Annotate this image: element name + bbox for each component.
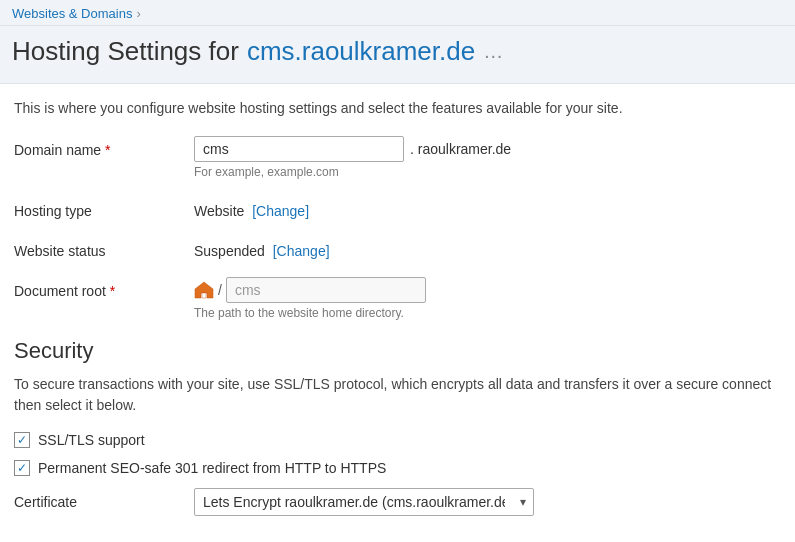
document-root-hint: The path to the website home directory. bbox=[194, 306, 781, 320]
domain-suffix: . raoulkramer.de bbox=[410, 141, 511, 157]
document-root-input[interactable] bbox=[226, 277, 426, 303]
domain-name-row: Domain name * . raoulkramer.de For examp… bbox=[14, 136, 781, 179]
certificate-row: Certificate Lets Encrypt raoulkramer.de … bbox=[14, 488, 781, 516]
hosting-type-field: Website [Change] bbox=[194, 197, 781, 219]
domain-name-input[interactable] bbox=[194, 136, 404, 162]
domain-name-hint: For example, example.com bbox=[194, 165, 781, 179]
hosting-type-change-link[interactable]: [Change] bbox=[252, 203, 309, 219]
title-prefix: Hosting Settings for bbox=[12, 36, 239, 67]
hosting-type-value: Website bbox=[194, 203, 244, 219]
required-star: * bbox=[105, 142, 110, 158]
breadcrumb-bar: Websites & Domains › bbox=[0, 0, 795, 26]
certificate-select-wrapper: Lets Encrypt raoulkramer.de (cms.raoulkr… bbox=[194, 488, 534, 516]
certificate-select[interactable]: Lets Encrypt raoulkramer.de (cms.raoulkr… bbox=[194, 488, 534, 516]
hosting-type-row: Hosting type Website [Change] bbox=[14, 197, 781, 219]
ssl-checkbox[interactable]: ✓ bbox=[14, 432, 30, 448]
ssl-checkbox-row: ✓ SSL/TLS support bbox=[14, 432, 781, 448]
doc-root-required: * bbox=[110, 283, 115, 299]
redirect-checkbox[interactable]: ✓ bbox=[14, 460, 30, 476]
website-status-field: Suspended [Change] bbox=[194, 237, 781, 259]
document-root-label: Document root * bbox=[14, 277, 194, 299]
website-status-change-link[interactable]: [Change] bbox=[273, 243, 330, 259]
security-heading: Security bbox=[14, 338, 781, 364]
domain-name-field: . raoulkramer.de For example, example.co… bbox=[194, 136, 781, 179]
page-description: This is where you configure website host… bbox=[14, 100, 781, 116]
website-status-value: Suspended bbox=[194, 243, 265, 259]
document-root-row: Document root * / The path to the websit… bbox=[14, 277, 781, 320]
hosting-type-label: Hosting type bbox=[14, 197, 194, 219]
page-header: Hosting Settings for cms.raoulkramer.de … bbox=[0, 26, 795, 84]
website-status-row: Website status Suspended [Change] bbox=[14, 237, 781, 259]
redirect-label: Permanent SEO-safe 301 redirect from HTT… bbox=[38, 460, 386, 476]
page-title: Hosting Settings for cms.raoulkramer.de … bbox=[12, 36, 783, 67]
breadcrumb-link[interactable]: Websites & Domains bbox=[12, 6, 132, 21]
document-root-field: / The path to the website home directory… bbox=[194, 277, 781, 320]
breadcrumb-separator: › bbox=[136, 6, 140, 21]
title-domain: cms.raoulkramer.de bbox=[247, 36, 475, 67]
title-dots-button[interactable]: … bbox=[483, 40, 503, 63]
security-description: To secure transactions with your site, u… bbox=[14, 374, 781, 416]
ssl-label: SSL/TLS support bbox=[38, 432, 145, 448]
path-slash: / bbox=[218, 282, 222, 298]
home-icon bbox=[194, 281, 214, 299]
redirect-checkbox-row: ✓ Permanent SEO-safe 301 redirect from H… bbox=[14, 460, 781, 476]
website-status-label: Website status bbox=[14, 237, 194, 259]
certificate-label: Certificate bbox=[14, 494, 194, 510]
domain-name-label: Domain name * bbox=[14, 136, 194, 158]
svg-rect-0 bbox=[202, 293, 206, 298]
main-content: This is where you configure website host… bbox=[0, 84, 795, 532]
